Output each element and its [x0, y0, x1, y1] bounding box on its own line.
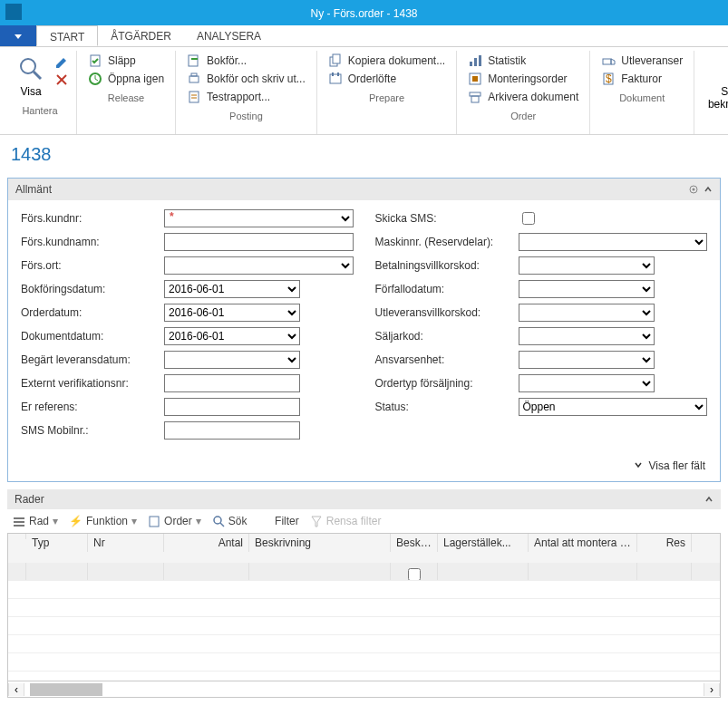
filter-button[interactable]: Filter: [275, 515, 299, 527]
col-nr[interactable]: Nr: [88, 534, 164, 552]
file-dropdown[interactable]: [0, 25, 36, 46]
slapp-button[interactable]: Släpp: [84, 53, 168, 69]
status-field[interactable]: Öppen: [519, 398, 708, 416]
bokfor-skrivut-button[interactable]: Bokför och skriv ut...: [183, 71, 309, 87]
rad-menu[interactable]: Rad▾: [13, 515, 58, 527]
funktion-menu[interactable]: ⚡Funktion▾: [69, 515, 137, 527]
svg-line-2: [34, 72, 41, 79]
sok-button[interactable]: Sök: [212, 515, 248, 527]
delete-icon[interactable]: [54, 72, 69, 87]
skrivut-label: Skriv ut bekräftelse...: [707, 85, 728, 111]
utlev-field[interactable]: [519, 304, 655, 322]
tab-atgarder[interactable]: ÅTGÄRDER: [98, 25, 184, 46]
label-dokdatum: Dokumentdatum:: [21, 330, 157, 343]
collapse-icon[interactable]: [704, 495, 713, 504]
kundnr-field[interactable]: [164, 209, 354, 227]
kopiera-dokument-button[interactable]: Kopiera dokument...: [325, 53, 449, 69]
label-ort: Förs.ort:: [21, 259, 157, 272]
testreport-icon: [187, 90, 201, 104]
betvillkor-field[interactable]: [519, 256, 655, 275]
svg-rect-9: [189, 76, 199, 82]
menu-bar: START ÅTGÄRDER ANALYSERA: [0, 25, 728, 47]
visa-button[interactable]: Visa: [11, 53, 51, 100]
fakturor-button[interactable]: $Fakturor: [597, 71, 686, 87]
forfall-field[interactable]: [519, 280, 655, 298]
ansvar-field[interactable]: [519, 351, 655, 369]
svg-rect-8: [191, 58, 198, 60]
print-icon: [724, 54, 728, 83]
label-bokfdatum: Bokföringsdatum:: [21, 283, 157, 295]
col-beskf[interactable]: Besk... Fet: [391, 534, 438, 552]
ribbon-caption-posting: Posting: [183, 109, 309, 125]
ribbon-group-prepare: Kopiera dokument... Orderlöfte Prepare: [317, 51, 457, 134]
orderlofte-button[interactable]: Orderlöfte: [325, 71, 449, 87]
col-antal[interactable]: Antal: [164, 534, 249, 552]
lines-title: Rader: [15, 493, 44, 506]
svg-rect-18: [337, 72, 339, 76]
lines-header[interactable]: Rader: [7, 489, 721, 509]
dokdatum-field[interactable]: 2016-06-01: [164, 327, 300, 345]
saljarkod-field[interactable]: [519, 327, 655, 345]
svg-rect-24: [470, 92, 480, 96]
monteringsorder-button[interactable]: Monteringsorder: [464, 71, 582, 87]
gear-icon[interactable]: [687, 183, 700, 196]
kundnamn-field[interactable]: [164, 233, 354, 251]
skickasms-checkbox[interactable]: [522, 212, 535, 225]
ribbon-group-dokument: Utleveranser $Fakturor Dokument: [590, 51, 694, 134]
maskin-field[interactable]: [519, 233, 708, 251]
testrapport-button[interactable]: Testrapport...: [183, 89, 309, 105]
tab-analysera[interactable]: ANALYSERA: [184, 25, 274, 46]
svg-rect-23: [472, 76, 478, 82]
grid-hscrollbar[interactable]: ‹ ›: [8, 681, 720, 697]
post-icon: [187, 53, 201, 68]
col-typ[interactable]: Typ: [26, 534, 88, 552]
collapse-icon[interactable]: [704, 185, 713, 194]
svg-marker-27: [611, 59, 615, 64]
ribbon-group-print: Skriv ut bekräftelse... Print: [694, 51, 728, 134]
table-row[interactable]: [8, 599, 720, 617]
edit-icon[interactable]: [54, 54, 69, 69]
label-levdatum: Begärt leveransdatum:: [21, 353, 157, 366]
col-antatt[interactable]: Antal att montera m...: [529, 534, 637, 552]
col-besk[interactable]: Beskrivning: [249, 534, 391, 552]
svg-rect-10: [191, 73, 197, 76]
table-row[interactable]: [8, 617, 720, 635]
sms-field[interactable]: [164, 421, 300, 440]
scroll-left-icon[interactable]: ‹: [8, 683, 24, 696]
oppna-igen-button[interactable]: Öppna igen: [84, 71, 168, 87]
orderdatum-field[interactable]: 2016-06-01: [164, 304, 300, 322]
general-header[interactable]: Allmänt: [8, 179, 720, 200]
bokfdatum-field[interactable]: 2016-06-01: [164, 280, 300, 298]
grid-body[interactable]: [8, 563, 720, 681]
scroll-right-icon[interactable]: ›: [704, 683, 720, 696]
rensa-filter-button[interactable]: Rensa filter: [310, 515, 382, 527]
svg-rect-35: [14, 517, 24, 519]
more-fields-toggle[interactable]: Visa fler fält: [634, 459, 705, 472]
extver-field[interactable]: [164, 374, 300, 392]
table-row[interactable]: [8, 635, 720, 653]
table-row[interactable]: [8, 581, 720, 599]
erref-field[interactable]: [164, 398, 300, 416]
bokfor-button[interactable]: Bokför...: [183, 53, 309, 69]
utleveranser-button[interactable]: Utleveranser: [597, 53, 686, 69]
statistik-button[interactable]: Statistik: [464, 53, 582, 69]
col-res[interactable]: Res: [637, 534, 692, 552]
reopen-icon: [88, 72, 102, 86]
ribbon-caption-release: Release: [84, 91, 168, 107]
svg-rect-16: [330, 74, 341, 83]
order-menu[interactable]: Order▾: [148, 515, 201, 527]
arkivera-button[interactable]: Arkivera dokument: [464, 89, 582, 105]
col-lager[interactable]: Lagerställek...: [438, 534, 529, 552]
svg-point-1: [21, 59, 35, 73]
ordertyp-field[interactable]: [519, 374, 655, 392]
ort-field[interactable]: [164, 256, 354, 275]
scroll-thumb[interactable]: [30, 683, 102, 696]
skrivut-bekraftelse-button[interactable]: Skriv ut bekräftelse...: [702, 53, 728, 112]
table-row[interactable]: [8, 563, 720, 581]
beskfet-checkbox[interactable]: [408, 568, 421, 580]
tab-start[interactable]: START: [36, 25, 98, 46]
svg-rect-36: [14, 521, 24, 523]
window-title: Ny - Förs.order - 1438: [310, 7, 417, 20]
table-row[interactable]: [8, 653, 720, 672]
levdatum-field[interactable]: [164, 351, 300, 369]
